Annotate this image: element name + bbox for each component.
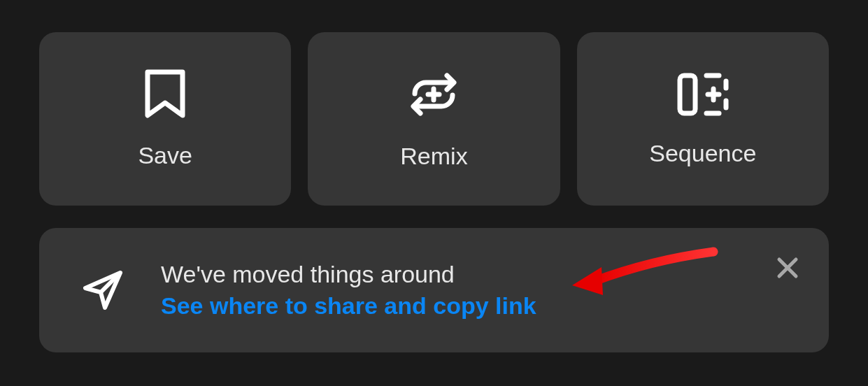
save-label: Save [138,142,192,169]
sequence-icon [676,71,730,117]
remix-icon [408,69,460,120]
share-panel: Save Remix [0,0,868,378]
remix-label: Remix [400,143,467,170]
close-icon[interactable] [776,256,799,280]
remix-button[interactable]: Remix [308,32,560,206]
banner-link[interactable]: See where to share and copy link [161,292,536,320]
bookmark-icon [143,69,187,120]
action-row: Save Remix [39,32,829,206]
info-banner: We've moved things around See where to s… [39,228,829,352]
sequence-button[interactable]: Sequence [577,32,829,206]
send-icon [81,269,124,312]
svg-rect-2 [680,76,695,113]
banner-text: We've moved things around See where to s… [161,261,536,320]
save-button[interactable]: Save [39,32,291,206]
sequence-label: Sequence [649,140,756,167]
banner-title: We've moved things around [161,261,536,288]
